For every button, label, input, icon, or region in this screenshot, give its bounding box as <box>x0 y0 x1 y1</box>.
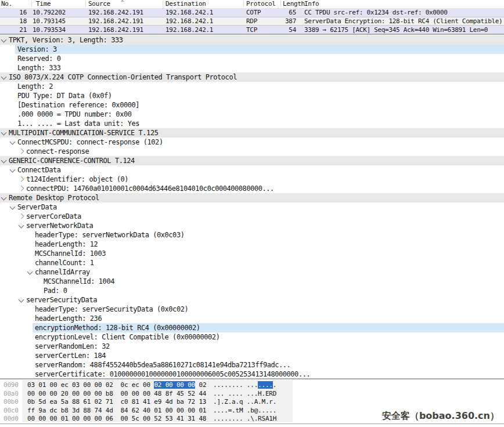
chevron-down-icon[interactable] <box>1 37 7 43</box>
detail-field-label: Remote Desktop Protocol <box>9 193 99 202</box>
col-header-destination[interactable]: Destination <box>165 0 206 8</box>
chevron-down-icon[interactable] <box>1 130 7 136</box>
detail-field-label: headerLength: 12 <box>35 240 98 249</box>
detail-tree-row[interactable]: headerLength: 12 <box>0 240 504 249</box>
detail-tree-row[interactable]: headerType: serverSecurityData (0x0c02) <box>0 305 504 314</box>
detail-tree-row[interactable]: Length: 2 <box>0 82 504 91</box>
detail-tree-row[interactable]: serverNetworkData <box>0 221 504 230</box>
chevron-down-icon[interactable] <box>10 167 16 173</box>
detail-tree-row[interactable]: headerType: serverNetworkData (0x0c03) <box>0 230 504 240</box>
detail-tree-row[interactable]: connectPDU: 14760a01010001c0004d63446e81… <box>0 184 504 193</box>
detail-tree-row[interactable]: serverSecurityData <box>0 295 504 305</box>
col-header-info[interactable]: Info <box>304 0 319 8</box>
detail-tree-row[interactable]: MCSChannelId: 1004 <box>0 277 504 286</box>
packet-row[interactable]: 2110.793534192.168.242.191192.168.242.1T… <box>0 26 504 34</box>
hex-bytes[interactable]: 00 00 00 20 00 00 00 b8 00 00 00 48 8f 4… <box>27 390 206 398</box>
cell-time: 10.793145 <box>33 17 66 25</box>
detail-tree-row[interactable]: Version: 3 <box>0 45 504 54</box>
chevron-right-icon[interactable] <box>19 176 24 182</box>
chevron-down-icon[interactable] <box>10 139 16 145</box>
chevron-down-icon[interactable] <box>10 204 16 210</box>
detail-tree-row[interactable]: MULTIPOINT-COMMUNICATION-SERVICE T.125 <box>0 128 504 137</box>
column-divider[interactable] <box>163 1 163 7</box>
detail-tree-row[interactable]: ServerData <box>0 202 504 212</box>
detail-tree-row[interactable]: serverCertLen: 184 <box>0 351 504 360</box>
col-header-time[interactable]: Time <box>36 0 51 8</box>
detail-tree-row[interactable]: serverRandomLen: 32 <box>0 342 504 351</box>
packet-row[interactable]: 1810.793145192.168.242.191192.168.242.1R… <box>0 17 504 26</box>
detail-tree-row[interactable]: ISO 8073/X.224 COTP Connection-Oriented … <box>0 73 504 82</box>
detail-tree-row[interactable]: encryptionMethod: 128-bit RC4 (0x0000000… <box>0 323 504 332</box>
chevron-down-icon[interactable] <box>1 158 7 164</box>
detail-tree-row[interactable]: 1... .... = Last data unit: Yes <box>0 119 504 128</box>
cell-info: ServerData Encryption: 128-bit RC4 (Clie… <box>304 17 502 25</box>
detail-tree-row[interactable]: serverCertificate: 010000000100000001000… <box>0 370 504 378</box>
pane-splitter-top[interactable] <box>0 34 504 35</box>
detail-tree-row[interactable]: TPKT, Version: 3, Length: 333 <box>0 35 504 45</box>
hex-text: 00 00 00 01 00 00 00 06 00 5c 00 52 53 4… <box>27 415 206 422</box>
packet-list-pane: No. Time Source ^ Destination Protocol L… <box>0 0 504 34</box>
detail-tree-row[interactable]: MCSChannelId: 1003 <box>0 249 504 258</box>
detail-tree-row[interactable]: PDU Type: DT Data (0x0f) <box>0 91 504 100</box>
detail-tree-row[interactable]: connect-response <box>0 147 504 156</box>
packet-row[interactable]: 1610.792202192.168.242.191192.168.242.1C… <box>0 8 504 17</box>
hex-text: ........ ... <box>213 381 258 389</box>
detail-field-label: GENERIC-CONFERENCE-CONTROL T.124 <box>9 156 135 165</box>
hex-ascii[interactable]: ........ ........ <box>213 381 276 389</box>
hex-row[interactable]: 00a000 00 00 20 00 00 00 b8 00 00 00 48 … <box>0 390 504 398</box>
chevron-right-icon[interactable] <box>19 214 24 219</box>
detail-tree-row[interactable]: ConnectData <box>0 165 504 175</box>
detail-tree-row[interactable]: serverRandom: 488f4552440b5dea5a88610271… <box>0 360 504 370</box>
hex-ascii[interactable]: ....=.tM .b@..... <box>213 407 276 415</box>
hex-bytes[interactable]: ff 9a dc b8 3d 88 74 4d 84 62 40 01 00 0… <box>27 407 206 415</box>
hex-text: 0b 5d ea 5a 88 61 02 71 c0 81 41 e9 4d b… <box>27 398 206 406</box>
detail-tree-row[interactable]: encryptionLevel: Client Compatible (0x00… <box>0 332 504 342</box>
detail-tree-row[interactable]: Pad: 0 <box>0 286 504 295</box>
chevron-down-icon[interactable] <box>1 195 7 201</box>
hex-row[interactable]: 009003 01 00 ec 03 00 00 02 0c ec 00 02 … <box>0 381 504 389</box>
detail-field-label: connect-response <box>26 147 89 156</box>
chevron-down-icon[interactable] <box>19 297 24 303</box>
chevron-right-icon[interactable] <box>19 186 24 191</box>
detail-tree-row[interactable]: channelCount: 1 <box>0 258 504 267</box>
chevron-down-icon[interactable] <box>1 74 7 80</box>
detail-field-label: serverCertLen: 184 <box>35 351 106 360</box>
hex-bytes[interactable]: 03 01 00 ec 03 00 00 02 0c ec 00 02 00 0… <box>27 381 206 389</box>
hex-bytes[interactable]: 0b 5d ea 5a 88 61 02 71 c0 81 41 e9 4d b… <box>27 398 206 406</box>
column-divider[interactable] <box>301 1 301 7</box>
hex-ascii[interactable]: ........ .\.RSA1H <box>213 415 276 423</box>
detail-tree-row[interactable]: ConnectMCSPDU: connect-response (102) <box>0 137 504 147</box>
column-divider[interactable] <box>85 1 86 7</box>
col-header-no[interactable]: No. <box>1 0 12 8</box>
detail-field-label: serverRandom: 488f4552440b5dea5a88610271… <box>35 360 290 370</box>
detail-field-label: connectPDU: 14760a01010001c0004d63446e81… <box>26 184 274 193</box>
detail-tree-row[interactable]: t124Identifier: object (0) <box>0 175 504 184</box>
hex-row[interactable]: 00b00b 5d ea 5a 88 61 02 71 c0 81 41 e9 … <box>0 398 504 406</box>
cell-destination: 192.168.242.1 <box>165 17 213 25</box>
chevron-down-icon[interactable] <box>19 223 24 229</box>
detail-tree-row[interactable]: channelIdArray <box>0 267 504 277</box>
hex-offset: 00b0 <box>3 398 19 406</box>
chevron-right-icon[interactable] <box>19 149 24 154</box>
chevron-down-icon[interactable] <box>27 269 33 275</box>
hex-ascii[interactable]: ... .... ...H.ERD <box>213 390 276 398</box>
col-header-source[interactable]: Source <box>88 0 110 8</box>
detail-tree-row[interactable]: Reserved: 0 <box>0 54 504 63</box>
packet-list-header: No. Time Source ^ Destination Protocol L… <box>0 0 504 9</box>
detail-field-label: serverNetworkData <box>26 221 93 230</box>
detail-tree-row[interactable]: .000 0000 = TPDU number: 0x00 <box>0 110 504 119</box>
column-divider[interactable] <box>31 1 32 7</box>
detail-tree-row[interactable]: serverCoreData <box>0 212 504 221</box>
detail-tree-row[interactable]: Length: 333 <box>0 63 504 73</box>
hex-ascii[interactable]: .].Z.a.q ..A.M.r. <box>213 398 276 406</box>
hex-bytes[interactable]: 00 00 00 01 00 00 00 06 00 5c 00 52 53 4… <box>27 415 206 423</box>
detail-tree-row[interactable]: [Destination reference: 0x0000] <box>0 100 504 110</box>
column-divider[interactable] <box>243 1 244 7</box>
col-header-protocol[interactable]: Protocol <box>246 0 276 8</box>
column-divider[interactable] <box>280 1 281 7</box>
col-header-length[interactable]: Length <box>283 0 305 8</box>
detail-tree-row[interactable]: Remote Desktop Protocol <box>0 193 504 202</box>
detail-tree-row[interactable]: headerLength: 236 <box>0 314 504 323</box>
detail-field-label: channelCount: 1 <box>35 258 94 267</box>
detail-tree-row[interactable]: GENERIC-CONFERENCE-CONTROL T.124 <box>0 156 504 165</box>
